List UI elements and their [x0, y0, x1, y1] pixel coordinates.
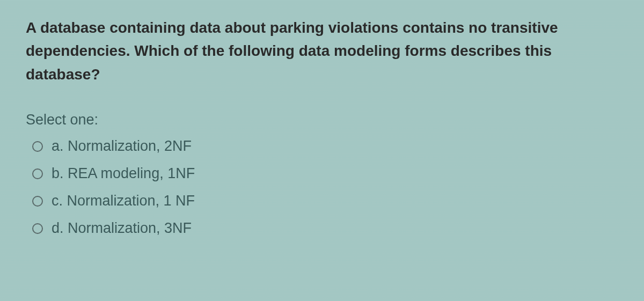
option-label: c. Normalization, 1 NF: [52, 193, 195, 209]
option-label: a. Normalization, 2NF: [52, 138, 192, 155]
select-one-label: Select one:: [26, 112, 618, 128]
radio-icon: [32, 141, 43, 152]
option-label: b. REA modeling, 1NF: [52, 165, 195, 182]
question-text: A database containing data about parking…: [26, 16, 618, 86]
radio-icon: [32, 196, 43, 207]
option-a[interactable]: a. Normalization, 2NF: [32, 138, 618, 155]
option-label: d. Normalization, 3NF: [52, 220, 192, 237]
radio-icon: [32, 223, 43, 234]
radio-icon: [32, 168, 43, 179]
option-b[interactable]: b. REA modeling, 1NF: [32, 165, 618, 182]
options-group: a. Normalization, 2NF b. REA modeling, 1…: [26, 138, 618, 237]
option-c[interactable]: c. Normalization, 1 NF: [32, 193, 618, 209]
option-d[interactable]: d. Normalization, 3NF: [32, 220, 618, 237]
